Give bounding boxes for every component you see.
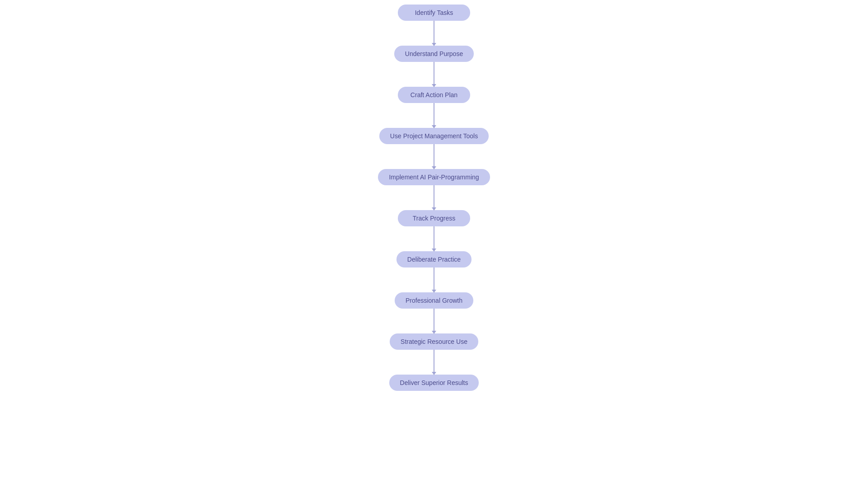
flow-node-understand-purpose[interactable]: Understand Purpose [394, 46, 474, 62]
flow-connector-7 [434, 309, 434, 333]
flow-connector-8 [434, 350, 434, 375]
flow-connector-4 [434, 185, 434, 210]
flow-connector-3 [434, 144, 434, 169]
flow-connector-5 [434, 226, 434, 251]
flow-node-identify-tasks[interactable]: Identify Tasks [398, 5, 470, 21]
flowchart: Identify TasksUnderstand PurposeCraft Ac… [378, 0, 490, 391]
flow-node-craft-action-plan[interactable]: Craft Action Plan [398, 87, 470, 103]
flow-connector-6 [434, 267, 434, 292]
flow-node-deliver-superior-results[interactable]: Deliver Superior Results [389, 375, 479, 391]
flow-node-use-project-management-tools[interactable]: Use Project Management Tools [379, 128, 489, 144]
flow-node-implement-ai-pair-programming[interactable]: Implement AI Pair-Programming [378, 169, 490, 185]
flow-connector-1 [434, 62, 434, 87]
flow-node-deliberate-practice[interactable]: Deliberate Practice [396, 251, 472, 267]
flow-node-strategic-resource-use[interactable]: Strategic Resource Use [390, 333, 478, 350]
flow-node-professional-growth[interactable]: Professional Growth [395, 292, 473, 309]
flow-connector-2 [434, 103, 434, 128]
flow-connector-0 [434, 21, 434, 46]
flow-node-track-progress[interactable]: Track Progress [398, 210, 470, 226]
